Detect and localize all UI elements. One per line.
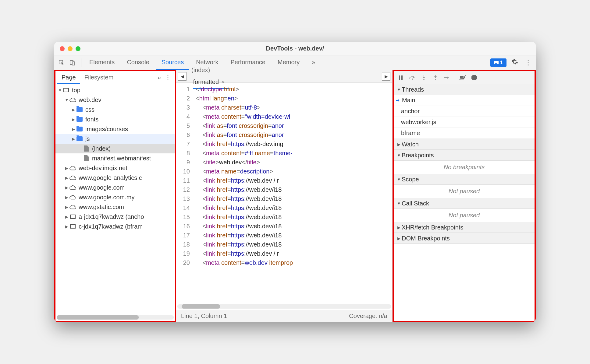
- svg-point-7: [423, 79, 425, 80]
- settings-icon[interactable]: [510, 58, 520, 67]
- editor-prev-icon[interactable]: ◀: [178, 72, 187, 81]
- close-button[interactable]: [60, 46, 65, 51]
- thread-item[interactable]: Main: [394, 95, 535, 106]
- tree-item[interactable]: ▶www.google.com.my: [55, 192, 175, 202]
- tab-memory[interactable]: Memory: [272, 56, 305, 70]
- maximize-button[interactable]: [76, 46, 80, 51]
- empty-message: Not paused: [394, 185, 535, 198]
- navigator-pane: PageFilesystem » ⋮ ▼top▼web.dev▶css▶font…: [54, 70, 176, 322]
- main-toolbar: ElementsConsoleSourcesNetworkPerformance…: [54, 55, 536, 70]
- separator: [455, 74, 455, 81]
- section-xhr-fetch-breakpoints[interactable]: ▶XHR/fetch Breakpoints: [394, 222, 535, 233]
- panel-tabs: ElementsConsoleSourcesNetworkPerformance…: [84, 56, 490, 70]
- navigator-tab-filesystem[interactable]: Filesystem: [80, 72, 118, 83]
- tabs-overflow-icon[interactable]: »: [306, 56, 321, 70]
- tree-item[interactable]: ▶css: [55, 105, 175, 114]
- tree-item[interactable]: ▶web-dev.imgix.net: [55, 163, 175, 173]
- devtools-window: DevTools - web.dev/ ElementsConsoleSourc…: [54, 42, 536, 322]
- step-icon[interactable]: [443, 74, 451, 82]
- debugger-sections: ▼ThreadsMainanchorwebworker.jsbframe▶Wat…: [394, 84, 535, 321]
- deactivate-breakpoints-icon[interactable]: [459, 74, 467, 82]
- issues-count: 1: [500, 60, 503, 66]
- section-threads[interactable]: ▼Threads: [394, 84, 535, 95]
- traffic-lights: [54, 46, 80, 51]
- tab-sources[interactable]: Sources: [156, 56, 189, 70]
- editor-tabs: ◀ (index):formatted× ▶: [176, 70, 392, 83]
- line-gutter: 1234567891011121314151617181920: [176, 83, 193, 303]
- tree-item[interactable]: ▼web.dev: [55, 95, 175, 105]
- more-icon[interactable]: ⋮: [523, 59, 533, 67]
- tree-item[interactable]: ▶www.gstatic.com: [55, 202, 175, 212]
- tree-item[interactable]: (index): [55, 144, 175, 153]
- tree-item[interactable]: ▶c-jdx1q7kwadwz (bfram: [55, 222, 175, 231]
- thread-item[interactable]: webworker.js: [394, 117, 535, 128]
- svg-rect-2: [72, 62, 75, 65]
- thread-item[interactable]: anchor: [394, 106, 535, 117]
- tab-console[interactable]: Console: [121, 56, 155, 70]
- tree-item[interactable]: ▶www.google.com: [55, 183, 175, 192]
- tree-item[interactable]: ▶www.google-analytics.c: [55, 173, 175, 183]
- title-bar: DevTools - web.dev/: [54, 42, 536, 55]
- code-area[interactable]: 1234567891011121314151617181920 <!doctyp…: [176, 83, 392, 303]
- step-into-icon[interactable]: [420, 74, 428, 82]
- tree-item[interactable]: ▶a-jdx1q7kwadwz (ancho: [55, 212, 175, 222]
- inspect-element-icon[interactable]: [57, 58, 66, 68]
- editor-pane: ◀ (index):formatted× ▶ 12345678910111213…: [176, 70, 393, 322]
- section-call-stack[interactable]: ▼Call Stack: [394, 198, 535, 209]
- device-toggle-icon[interactable]: [68, 58, 77, 68]
- svg-point-8: [435, 79, 436, 80]
- scrollbar-horizontal[interactable]: [57, 315, 174, 320]
- svg-rect-5: [401, 75, 403, 80]
- debugger-toolbar: [394, 71, 535, 84]
- navigator-overflow-icon[interactable]: »: [156, 74, 163, 81]
- tab-performance[interactable]: Performance: [225, 56, 271, 70]
- tree-item[interactable]: ▶js: [55, 134, 175, 144]
- separator: [81, 58, 81, 67]
- editor-status-bar: Line 1, Column 1 Coverage: n/a: [176, 310, 392, 322]
- pause-icon[interactable]: [397, 74, 405, 82]
- empty-message: No breakpoints: [394, 161, 535, 174]
- empty-message: Not paused: [394, 209, 535, 222]
- editor-tab[interactable]: (index): [187, 64, 229, 76]
- svg-point-9: [444, 77, 445, 78]
- navigator-tab-page[interactable]: Page: [57, 72, 80, 84]
- section-scope[interactable]: ▼Scope: [394, 174, 535, 185]
- minimize-button[interactable]: [68, 46, 73, 51]
- editor-scrollbar[interactable]: [177, 304, 391, 309]
- tree-item[interactable]: ▶images/courses: [55, 124, 175, 134]
- section-dom-breakpoints[interactable]: ▶DOM Breakpoints: [394, 233, 535, 244]
- navigator-more-icon[interactable]: ⋮: [163, 74, 173, 82]
- tab-elements[interactable]: Elements: [84, 56, 120, 70]
- tree-item[interactable]: ▼top: [55, 85, 175, 95]
- svg-point-6: [412, 79, 413, 80]
- window-title: DevTools - web.dev/: [54, 45, 536, 52]
- tree-item[interactable]: manifest.webmanifest: [55, 153, 175, 163]
- cursor-position: Line 1, Column 1: [181, 313, 227, 320]
- file-tree: ▼top▼web.dev▶css▶fonts▶images/courses▶js…: [55, 84, 175, 314]
- thread-item[interactable]: bframe: [394, 128, 535, 139]
- navigator-tabs: PageFilesystem » ⋮: [55, 71, 175, 84]
- editor-next-icon[interactable]: ▶: [382, 72, 390, 81]
- pause-on-exceptions-icon[interactable]: [470, 74, 478, 82]
- svg-rect-3: [494, 61, 499, 64]
- step-over-icon[interactable]: [408, 74, 416, 82]
- step-out-icon[interactable]: [432, 74, 439, 82]
- code-content[interactable]: <!doctype html> <html lang=en> <meta cha…: [193, 83, 392, 303]
- section-breakpoints[interactable]: ▼Breakpoints: [394, 150, 535, 161]
- section-watch[interactable]: ▶Watch: [394, 139, 535, 150]
- tree-item[interactable]: ▶fonts: [55, 114, 175, 124]
- debugger-pane: ▼ThreadsMainanchorwebworker.jsbframe▶Wat…: [393, 70, 536, 322]
- issues-badge[interactable]: 1: [490, 58, 506, 67]
- coverage-status: Coverage: n/a: [349, 313, 387, 320]
- svg-rect-4: [399, 75, 400, 80]
